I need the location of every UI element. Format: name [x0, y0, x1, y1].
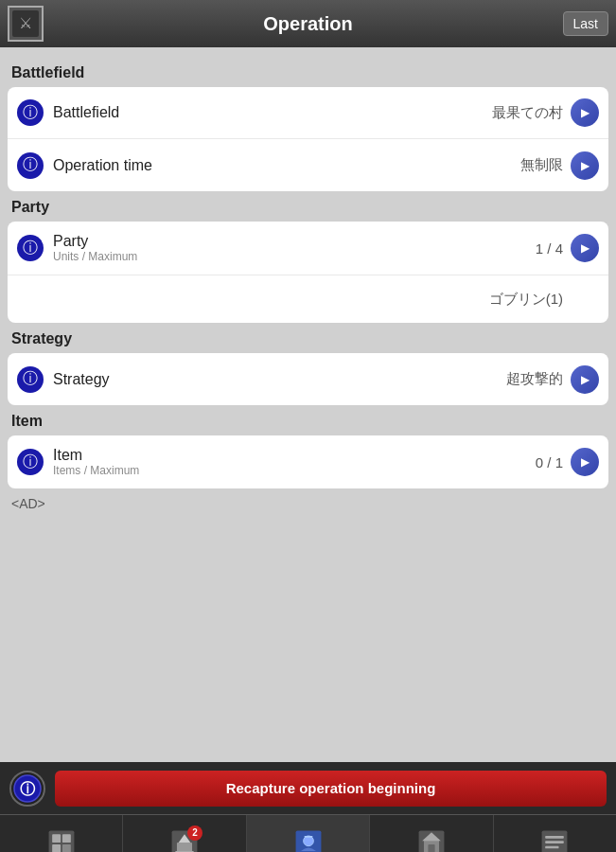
- svg-rect-23: [545, 841, 564, 843]
- nav-item-operation[interactable]: Operation: [247, 815, 370, 852]
- item-info-icon: [17, 449, 44, 475]
- battlefield-card: Battlefield 最果ての村 Operation time 無制限: [8, 87, 608, 191]
- strategy-chevron[interactable]: [571, 365, 599, 394]
- headquarters-icon: [414, 825, 449, 853]
- battlefield-section-header: Battlefield: [11, 64, 608, 81]
- throne-icon: 2: [167, 825, 202, 853]
- svg-rect-9: [62, 843, 71, 852]
- svg-rect-8: [52, 843, 61, 852]
- svg-rect-6: [52, 834, 61, 843]
- party-chevron[interactable]: [571, 234, 599, 262]
- operation-time-label: Operation time: [53, 157, 520, 174]
- item-row[interactable]: Item Items / Maximum 0 / 1: [8, 435, 608, 488]
- battlefield-chevron[interactable]: [571, 98, 599, 127]
- party-label: Party Units / Maximum: [53, 233, 536, 263]
- nav-item-headquarters[interactable]: Headquarters: [370, 815, 493, 852]
- recapture-button[interactable]: Recapture operation beginning: [55, 771, 607, 807]
- operation-time-row[interactable]: Operation time 無制限: [8, 139, 608, 191]
- item-label: Item Items / Maximum: [53, 447, 536, 477]
- nav-item-externals[interactable]: Externals: [0, 815, 123, 852]
- strategy-value: 超攻撃的: [506, 370, 563, 388]
- item-chevron[interactable]: [571, 448, 599, 476]
- nav-item-throne[interactable]: 2 Throne: [123, 815, 246, 852]
- operation-time-chevron[interactable]: [571, 151, 599, 180]
- party-info-icon: [17, 235, 44, 261]
- last-button[interactable]: Last: [563, 11, 608, 36]
- battlefield-row[interactable]: Battlefield 最果ての村: [8, 87, 608, 139]
- svg-text:ⓘ: ⓘ: [20, 781, 36, 797]
- strategy-info-icon: [17, 366, 44, 393]
- strategy-section-header: Strategy: [11, 330, 608, 347]
- item-section-header: Item: [11, 413, 608, 430]
- strategy-record-icon: [537, 825, 572, 853]
- operation-time-value: 無制限: [520, 156, 563, 174]
- page-title: Operation: [263, 13, 352, 35]
- svg-rect-12: [177, 843, 192, 852]
- svg-rect-20: [428, 843, 434, 852]
- bottom-nav: Externals 2 Throne Operation: [0, 814, 616, 852]
- strategy-row[interactable]: Strategy 超攻撃的: [8, 353, 608, 405]
- party-value: 1 / 4: [536, 240, 563, 257]
- party-sublabel: Units / Maximum: [53, 250, 536, 263]
- strategy-label: Strategy: [53, 371, 506, 388]
- battlefield-label: Battlefield: [53, 104, 492, 121]
- svg-rect-7: [62, 834, 71, 843]
- party-card: Party Units / Maximum 1 / 4 ゴブリン(1): [8, 222, 608, 323]
- svg-rect-24: [545, 845, 558, 848]
- battlefield-info-icon: [17, 99, 44, 126]
- operation-time-info-icon: [17, 152, 44, 179]
- svg-text:⚔: ⚔: [19, 15, 32, 31]
- action-area: ⓘ Recapture operation beginning: [0, 762, 616, 814]
- party-row[interactable]: Party Units / Maximum 1 / 4: [8, 222, 608, 275]
- action-logo-icon: ⓘ: [9, 771, 45, 807]
- strategy-card: Strategy 超攻撃的: [8, 353, 608, 405]
- externals-icon: [44, 825, 79, 853]
- nav-item-strategy-record[interactable]: Strategy record: [494, 815, 616, 852]
- operation-icon: [290, 825, 326, 853]
- goblin-value: ゴブリン(1): [489, 291, 563, 309]
- goblin-row: ゴブリン(1): [8, 275, 608, 323]
- item-sublabel: Items / Maximum: [53, 464, 536, 477]
- ad-label: <AD>: [11, 496, 605, 511]
- header-logo: ⚔: [8, 6, 44, 42]
- svg-rect-16: [304, 835, 312, 837]
- header: ⚔ Operation Last: [0, 0, 616, 47]
- item-card: Item Items / Maximum 0 / 1: [8, 435, 608, 488]
- throne-badge: 2: [187, 825, 202, 841]
- battlefield-value: 最果ての村: [492, 104, 563, 122]
- svg-rect-22: [545, 835, 564, 838]
- party-section-header: Party: [11, 199, 608, 216]
- item-value: 0 / 1: [536, 454, 563, 470]
- main-content: Battlefield Battlefield 最果ての村 Operation …: [0, 47, 616, 762]
